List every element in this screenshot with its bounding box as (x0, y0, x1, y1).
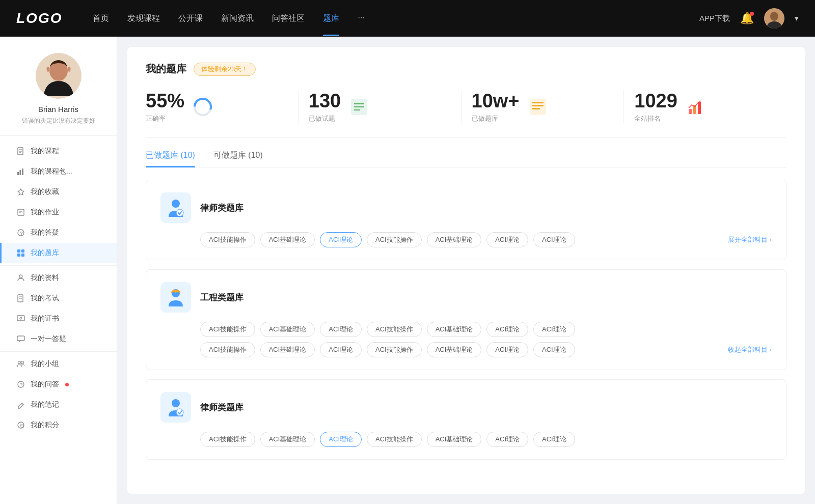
nav-news[interactable]: 新闻资讯 (221, 13, 254, 24)
svg-rect-20 (17, 254, 20, 257)
sidebar-item-exam[interactable]: 我的考试 (0, 288, 117, 309)
sidebar-divider2 (0, 351, 117, 352)
main-content: 我的题库 体验剩余23天！ 55% 正确率 130 (127, 47, 805, 494)
bank-tag[interactable]: ACI基础理论 (260, 322, 315, 337)
page-wrapper: Brian Harris 错误的决定比没有决定要好 我的课程 我的课程包... (0, 37, 815, 504)
sidebar-item-my-courses[interactable]: 我的课程 (0, 141, 117, 161)
sidebar-item-cert[interactable]: 我的证书 (0, 309, 117, 329)
svg-rect-18 (17, 249, 20, 253)
tab-done-banks[interactable]: 已做题库 (10) (146, 150, 195, 167)
stat-accuracy: 55% 正确率 (146, 90, 298, 123)
sidebar-item-notes[interactable]: 我的笔记 (0, 395, 117, 415)
bank-card-header: 律师类题库 (160, 392, 772, 423)
user-dropdown-arrow[interactable]: ▾ (795, 14, 799, 23)
svg-rect-26 (17, 316, 24, 321)
bank-card-lawyer1: 律师类题库 ACI技能操作 ACI基础理论 ACI理论 ACI技能操作 ACI基… (146, 180, 786, 260)
bank-tag[interactable]: ACI基础理论 (427, 232, 482, 247)
stat-label: 已做题库 (472, 114, 520, 123)
bank-tag[interactable]: ACI技能操作 (200, 342, 255, 357)
notification-bell[interactable]: 🔔 (740, 12, 754, 25)
navbar: LOGO 首页 发现课程 公开课 新闻资讯 问答社区 题库 ··· APP下载 … (0, 0, 815, 37)
sidebar-item-qa[interactable]: ? 我的答疑 (0, 222, 117, 243)
svg-point-48 (172, 200, 180, 208)
bank-tag[interactable]: ACI理论 (486, 322, 528, 337)
bank-tag[interactable]: ACI基础理论 (260, 232, 315, 247)
nav-more[interactable]: ··· (358, 13, 364, 24)
coin-icon: 积 (16, 421, 25, 430)
bank-tag[interactable]: ACI技能操作 (367, 322, 422, 337)
stat-ranking: 1029 全站排名 (624, 90, 786, 123)
svg-text:积: 积 (20, 424, 24, 428)
nav-question-bank[interactable]: 题库 (323, 13, 339, 24)
svg-point-53 (176, 409, 183, 416)
page-title: 我的题库 (146, 62, 186, 76)
nav-open-course[interactable]: 公开课 (178, 13, 203, 24)
nav-menu: 首页 发现课程 公开课 新闻资讯 问答社区 题库 ··· (93, 13, 699, 24)
bar-chart-icon (686, 97, 706, 117)
nav-discover[interactable]: 发现课程 (127, 13, 160, 24)
bank-tag-active[interactable]: ACI理论 (320, 432, 362, 447)
sidebar-item-favorites[interactable]: 我的收藏 (0, 182, 117, 202)
svg-point-30 (21, 361, 24, 364)
bank-tag[interactable]: ACI理论 (486, 342, 528, 357)
bank-tag-active[interactable]: ACI理论 (320, 232, 362, 247)
sidebar-item-one-on-one[interactable]: 一对一答疑 (0, 329, 117, 349)
chart-icon (16, 167, 25, 176)
tab-available-banks[interactable]: 可做题库 (10) (213, 150, 263, 167)
sidebar-item-materials[interactable]: 我的资料 (0, 268, 117, 288)
bank-tag[interactable]: ACI技能操作 (200, 432, 255, 447)
bank-tag[interactable]: ACI基础理论 (427, 342, 482, 357)
qa-icon: ? (16, 380, 25, 389)
star-icon (16, 187, 25, 197)
bank-tag[interactable]: ACI理论 (486, 432, 528, 447)
bank-tag[interactable]: ACI基础理论 (427, 322, 482, 337)
sidebar-item-homework[interactable]: 我的作业 (0, 202, 117, 222)
bank-tag[interactable]: ACI技能操作 (367, 232, 422, 247)
stat-questions-done: 130 已做试题 (298, 90, 461, 123)
sidebar-item-question-bank[interactable]: 我的题库 (0, 243, 117, 263)
bank-tag[interactable]: ACI理论 (533, 432, 575, 447)
bank-tag[interactable]: ACI技能操作 (367, 432, 422, 447)
svg-rect-43 (532, 105, 544, 106)
sidebar-label: 我的课程包... (31, 167, 72, 176)
stat-banks-done: 10w+ 已做题库 (461, 90, 624, 123)
lawyer-icon (160, 192, 191, 223)
svg-rect-13 (18, 209, 24, 215)
sidebar-item-my-qa[interactable]: ? 我的问答 (0, 374, 117, 395)
bank-tag[interactable]: ACI基础理论 (427, 432, 482, 447)
sidebar-item-group[interactable]: 我的小组 (0, 354, 117, 374)
bank-tag[interactable]: ACI技能操作 (367, 342, 422, 357)
bank-tag[interactable]: ACI基础理论 (260, 342, 315, 357)
sidebar-item-course-package[interactable]: 我的课程包... (0, 161, 117, 182)
sidebar-label: 我的问答 (31, 380, 59, 389)
svg-text:?: ? (20, 231, 23, 236)
sidebar-item-points[interactable]: 积 我的积分 (0, 415, 117, 435)
bank-tag[interactable]: ACI技能操作 (200, 232, 255, 247)
svg-rect-10 (20, 170, 21, 175)
expand-link[interactable]: 展开全部科目 › (728, 233, 772, 247)
stat-label: 已做试题 (309, 114, 341, 123)
nav-qa[interactable]: 问答社区 (272, 13, 305, 24)
bank-tag[interactable]: ACI技能操作 (200, 322, 255, 337)
cert-icon (16, 314, 25, 323)
bank-tag[interactable]: ACI理论 (320, 322, 362, 337)
sidebar-label: 我的笔记 (31, 400, 59, 409)
stat-label: 正确率 (146, 114, 184, 123)
sidebar-profile: Brian Harris 错误的决定比没有决定要好 (0, 53, 117, 136)
bank-title: 律师类题库 (200, 402, 243, 413)
bank-tag[interactable]: ACI基础理论 (260, 432, 315, 447)
sidebar-label: 我的作业 (31, 208, 59, 217)
bank-tag[interactable]: ACI理论 (486, 232, 528, 247)
bank-tag[interactable]: ACI理论 (533, 342, 575, 357)
bank-tag[interactable]: ACI理论 (320, 342, 362, 357)
bank-card-engineer: 工程类题库 ACI技能操作 ACI基础理论 ACI理论 ACI技能操作 ACI基… (146, 269, 786, 370)
stat-number: 130 (309, 90, 341, 112)
user-avatar[interactable] (764, 8, 784, 29)
bank-tag[interactable]: ACI理论 (533, 232, 575, 247)
app-download[interactable]: APP下载 (699, 14, 730, 23)
collapse-link[interactable]: 收起全部科目 › (728, 343, 772, 357)
file2-icon (528, 97, 548, 117)
sidebar-label: 我的资料 (31, 273, 59, 283)
nav-home[interactable]: 首页 (93, 13, 109, 24)
bank-tag[interactable]: ACI理论 (533, 322, 575, 337)
